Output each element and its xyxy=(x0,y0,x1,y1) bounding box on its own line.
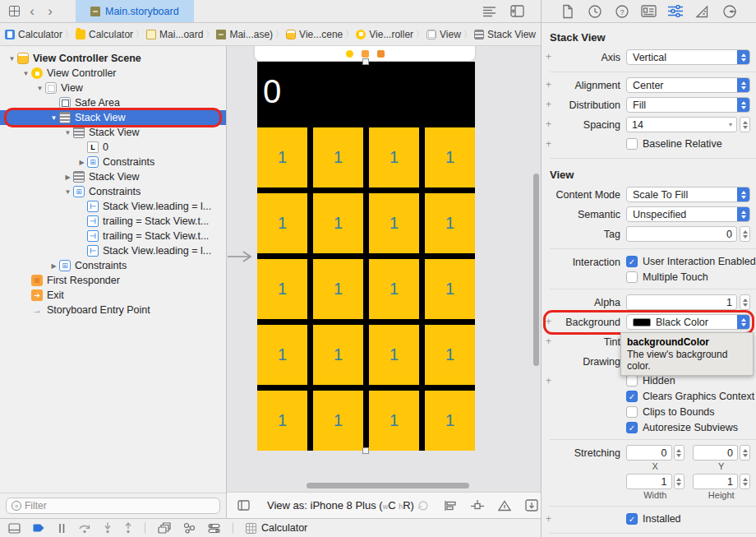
step-out-icon[interactable] xyxy=(124,522,132,534)
baseline-relative-checkbox[interactable]: Baseline Relative xyxy=(626,138,750,150)
calculator-button-18[interactable]: 1 xyxy=(369,391,419,451)
adjust-editor-icon[interactable] xyxy=(523,497,541,515)
breadcrumb-item-vie-roller[interactable]: Vie...roller xyxy=(356,29,413,40)
resolve-autolayout-icon[interactable] xyxy=(496,497,514,515)
spacing-combo[interactable]: 14▾ xyxy=(626,117,737,132)
vertical-scrollbar[interactable] xyxy=(533,174,539,366)
disclosure-open-icon[interactable]: ▼ xyxy=(21,70,31,77)
add-attribute-button[interactable]: + xyxy=(542,77,555,93)
pause-icon[interactable] xyxy=(58,523,66,534)
width-field[interactable]: 1 xyxy=(626,474,672,489)
disclosure-closed-icon[interactable]: ▶ xyxy=(62,174,73,181)
file-inspector-icon[interactable] xyxy=(559,2,577,21)
add-attribute-button[interactable]: + xyxy=(542,117,555,132)
breadcrumb-item-calculator[interactable]: Calculator xyxy=(76,29,133,40)
exit-icon[interactable] xyxy=(377,50,385,58)
overview-grid-icon[interactable] xyxy=(5,2,23,21)
forward-chevron-icon[interactable]: › xyxy=(41,2,59,21)
hidden-checkbox[interactable]: Hidden xyxy=(626,375,750,387)
calculator-button-16[interactable]: 1 xyxy=(257,391,307,451)
display-label[interactable]: 0 xyxy=(257,62,475,122)
breadcrumb-item-vie-cene[interactable]: Vie...cene xyxy=(286,29,343,40)
disclosure-open-icon[interactable]: ▼ xyxy=(35,85,45,92)
outline-view-controller-row[interactable]: ▼View Controller xyxy=(0,66,226,81)
resize-handle-top[interactable] xyxy=(362,58,369,65)
tag-field[interactable]: 0 xyxy=(626,226,737,242)
view-hierarchy-icon[interactable] xyxy=(158,522,171,534)
tab-main-storyboard[interactable]: Main.storyboard xyxy=(76,0,194,22)
history-inspector-icon[interactable] xyxy=(586,2,604,21)
first-responder-icon[interactable] xyxy=(362,50,369,58)
attributes-inspector-icon[interactable] xyxy=(666,2,685,21)
view-as-label[interactable]: View as: iPhone 8 Plus (wC hR) xyxy=(267,499,414,512)
calculator-button-5[interactable]: 1 xyxy=(313,193,363,253)
calculator-button-12[interactable]: 1 xyxy=(257,325,307,385)
clips-to-bounds-checkbox[interactable]: Clips to Bounds xyxy=(626,406,750,418)
view-controller-icon[interactable] xyxy=(346,50,353,58)
outline-view-controller-scene-row[interactable]: ▼View Controller Scene xyxy=(0,51,226,66)
alpha-field[interactable]: 1 xyxy=(626,294,737,310)
disclosure-closed-icon[interactable]: ▶ xyxy=(48,262,59,270)
editor-list-icon[interactable] xyxy=(480,2,498,21)
outline-trailing-stack-view-t-row[interactable]: ⊣trailing = Stack View.t... xyxy=(0,214,226,229)
breadcrumb-item-mai-ase[interactable]: Mai...ase) xyxy=(216,29,273,40)
axis-popup[interactable]: Vertical xyxy=(626,49,750,65)
filter-field[interactable]: ≡ Filter xyxy=(6,498,220,514)
x-field[interactable]: 0 xyxy=(626,445,672,461)
identity-inspector-icon[interactable] xyxy=(639,2,657,21)
outline-first-responder-row[interactable]: First Responder xyxy=(0,273,226,288)
update-frames-icon[interactable] xyxy=(414,497,432,515)
storyboard-entry-arrow[interactable] xyxy=(228,250,254,263)
quick-help-icon[interactable]: ? xyxy=(613,2,631,21)
installed-checkbox[interactable]: ✓Installed xyxy=(626,513,750,525)
distribution-popup[interactable]: Fill xyxy=(626,97,750,113)
content-mode-popup[interactable]: Scale To Fill xyxy=(626,187,750,202)
add-attribute-button[interactable]: + xyxy=(542,97,555,113)
horizontal-scrollbar[interactable] xyxy=(307,483,469,488)
calculator-button-10[interactable]: 1 xyxy=(369,259,419,319)
multiple-touch-checkbox[interactable]: Multiple Touch xyxy=(626,271,750,283)
add-attribute-button[interactable]: + xyxy=(542,512,555,527)
background-popup[interactable]: Black Color xyxy=(626,314,750,330)
height-field[interactable]: 1 xyxy=(693,474,739,489)
outline-0-row[interactable]: L0 xyxy=(0,140,226,155)
stack-alignment-icon[interactable] xyxy=(441,497,459,515)
calculator-button-4[interactable]: 1 xyxy=(257,193,307,253)
calculator-button-14[interactable]: 1 xyxy=(369,325,419,385)
outline-constraints-row[interactable]: ▶⊞Constraints xyxy=(0,155,226,169)
breadcrumb-item-stack-view[interactable]: Stack View xyxy=(474,29,536,40)
outline-stack-view-row[interactable]: ▼Stack View xyxy=(0,125,226,140)
calculator-button-6[interactable]: 1 xyxy=(369,193,419,253)
disclosure-closed-icon[interactable]: ▶ xyxy=(76,159,87,166)
calculator-button-8[interactable]: 1 xyxy=(257,259,307,319)
y-field[interactable]: 0 xyxy=(693,445,739,461)
device-bar-toggle-icon[interactable] xyxy=(234,497,252,515)
breakpoints-icon[interactable] xyxy=(33,523,45,533)
outline-stack-view-row[interactable]: ▶Stack View xyxy=(0,169,226,184)
add-constraints-icon[interactable] xyxy=(468,497,486,515)
disclosure-open-icon[interactable]: ▼ xyxy=(7,55,17,62)
alignment-popup[interactable]: Center xyxy=(626,77,750,93)
autoresize-subviews-checkbox[interactable]: ✓Autoresize Subviews xyxy=(626,422,750,433)
disclosure-open-icon[interactable]: ▼ xyxy=(62,188,73,196)
size-inspector-icon[interactable] xyxy=(694,2,712,21)
step-into-icon[interactable] xyxy=(104,522,112,534)
debug-area-toggle-icon[interactable] xyxy=(8,523,21,534)
calculator-button-9[interactable]: 1 xyxy=(313,259,363,319)
outline-stack-view-leading-l-row[interactable]: ⊢Stack View.leading = l... xyxy=(0,243,226,258)
memory-graph-icon[interactable] xyxy=(183,522,196,534)
outline-exit-row[interactable]: ➔Exit xyxy=(0,288,226,303)
user-interaction-enabled-checkbox[interactable]: ✓User Interaction Enabled xyxy=(626,256,750,267)
calculator-button-17[interactable]: 1 xyxy=(313,391,363,451)
calculator-button-3[interactable]: 1 xyxy=(425,127,475,187)
disclosure-open-icon[interactable]: ▼ xyxy=(48,114,59,122)
stepper-control[interactable] xyxy=(740,226,750,242)
step-over-icon[interactable] xyxy=(78,523,91,534)
clears-graphics-context-checkbox[interactable]: ✓Clears Graphics Context xyxy=(626,391,750,402)
stepper-control[interactable] xyxy=(740,117,750,132)
stepper-control[interactable] xyxy=(740,474,750,489)
connections-inspector-icon[interactable] xyxy=(721,2,739,21)
add-editor-icon[interactable] xyxy=(508,2,526,21)
add-attribute-button[interactable]: + xyxy=(542,373,555,389)
stepper-control[interactable] xyxy=(740,445,750,461)
